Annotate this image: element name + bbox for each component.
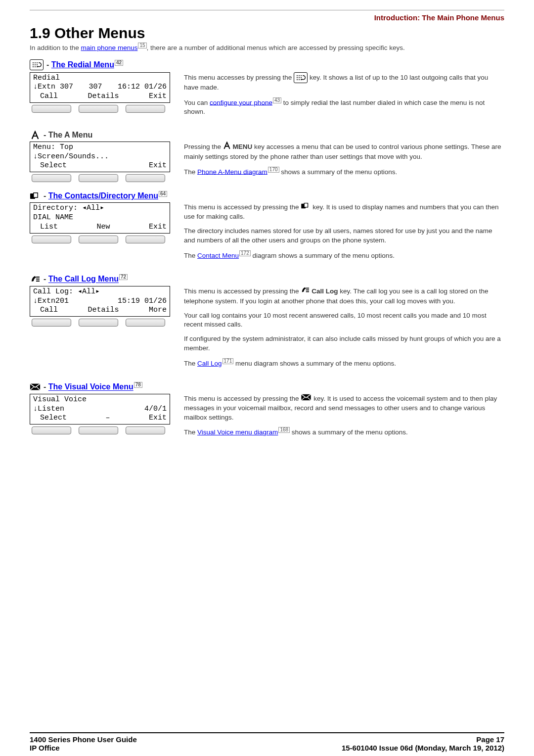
svg-rect-20 <box>34 193 38 197</box>
footer-right-2: 15-601040 Issue 06d (Monday, March 19, 2… <box>342 744 504 752</box>
phone-amenu-diagram-link[interactable]: Phone A-Menu diagram <box>197 168 267 175</box>
redial-icon <box>30 59 44 70</box>
lcd-text: DIAL NAME <box>33 213 73 223</box>
lcd-softlabel: Call <box>33 306 58 315</box>
footer-right-1: Page 17 <box>476 735 504 744</box>
body-text: This menu is accessed by pressing the <box>184 203 301 211</box>
contact-menu-link[interactable]: Contact Menu <box>197 252 239 259</box>
calllog-heading: - The Call Log Menu72 <box>30 274 504 284</box>
contacts-menu-link[interactable]: The Contacts/Directory Menu <box>48 191 158 200</box>
lcd-softlabel: Select <box>33 414 67 423</box>
heading-sep: - <box>44 383 48 391</box>
softkey-button[interactable] <box>32 174 71 182</box>
lcd-text: Menu: Top <box>33 143 73 152</box>
configure-phone-link[interactable]: configure your phone <box>210 98 272 106</box>
lcd-text: 16:12 01/26 <box>118 83 167 92</box>
softkey-button[interactable] <box>79 236 118 243</box>
body-text: The <box>184 360 197 367</box>
body-text: Call Log <box>310 287 338 294</box>
amenu-icon <box>30 131 41 140</box>
softkey-button[interactable] <box>32 105 71 113</box>
page-title: 1.9 Other Menus <box>30 25 504 42</box>
main-phone-menus-link[interactable]: main phone menus <box>81 44 138 51</box>
body-text: The directory includes names stored for … <box>184 227 504 245</box>
lcd-text: 15:19 01/26 <box>118 297 167 306</box>
page-footer: 1400 Series Phone User Guide Page 17 IP … <box>30 732 504 752</box>
page-ref: 72 <box>119 274 128 280</box>
softkey-button[interactable] <box>126 105 165 113</box>
lcd-softlabel: Exit <box>149 161 167 171</box>
softkey-row <box>30 105 167 113</box>
lcd-softlabel: New <box>96 223 110 232</box>
body-text: The <box>184 428 197 436</box>
softkey-button[interactable] <box>32 236 71 243</box>
body-text: This menu is accessed by pressing the <box>184 287 301 294</box>
amenu-heading: - The A Menu <box>30 131 504 140</box>
lcd-text: Visual Voice <box>33 395 87 405</box>
lcd-text: 307 <box>89 83 102 92</box>
body-text: menu diagram shows a summary of the menu… <box>233 360 396 367</box>
body-text: diagram shows a summary of the menu opti… <box>251 252 395 259</box>
redial-lcd: Redial ↓Extn 307 307 16:12 01/26 Call De… <box>30 72 170 103</box>
svg-rect-25 <box>36 279 40 280</box>
softkey-button[interactable] <box>79 105 118 113</box>
svg-point-4 <box>35 64 36 65</box>
visual-voice-diagram-link[interactable]: Visual Voice menu diagram <box>197 428 278 436</box>
body-text: This menu is accessed by pressing the <box>184 394 301 402</box>
lcd-softlabel: Exit <box>149 223 167 232</box>
lcd-softlabel: Exit <box>149 92 167 101</box>
softkey-button[interactable] <box>126 426 165 434</box>
contacts-icon <box>30 191 41 200</box>
heading-text: - The A Menu <box>44 131 92 140</box>
body-text: shows a summary of the menu options. <box>290 428 408 436</box>
heading-sep: - <box>44 275 48 284</box>
calllog-menu-link[interactable]: The Call Log Menu <box>48 275 119 284</box>
visual-voice-menu-link[interactable]: The Visual Voice Menu <box>48 383 134 391</box>
svg-point-5 <box>37 64 38 65</box>
softkey-button[interactable] <box>32 426 71 434</box>
amenu-lcd: Menu: Top ↓Screen/Sounds... Select Exit <box>30 142 170 172</box>
softkey-button[interactable] <box>79 174 118 182</box>
svg-point-3 <box>33 64 34 65</box>
page-ref: 15 <box>138 43 146 48</box>
lcd-text: 4/0/1 <box>144 405 167 414</box>
calllog-link[interactable]: Call Log <box>197 360 222 367</box>
voice-heading: - The Visual Voice Menu78 <box>30 382 504 391</box>
page-ref: 64 <box>159 191 167 197</box>
lcd-text: Call Log: ◂All▸ <box>33 287 100 297</box>
page-ref: 171 <box>222 358 234 364</box>
svg-point-2 <box>37 62 38 63</box>
body-text: Pressing the <box>184 142 223 150</box>
softkey-button[interactable] <box>79 319 118 327</box>
softkey-row <box>30 174 167 182</box>
body-text: The <box>184 252 197 259</box>
page-ref: 42 <box>115 60 123 66</box>
envelope-icon <box>30 382 41 391</box>
softkey-button[interactable] <box>79 426 118 434</box>
svg-rect-29 <box>306 291 309 292</box>
amenu-icon <box>223 142 231 152</box>
envelope-icon <box>301 394 312 404</box>
svg-point-10 <box>299 75 300 76</box>
lcd-softlabel: – <box>105 414 110 423</box>
softkey-button[interactable] <box>126 174 165 182</box>
softkey-button[interactable] <box>32 319 71 327</box>
contacts-lcd: Directory: ◂All▸ DIAL NAME List New Exit <box>30 202 170 233</box>
svg-rect-27 <box>306 287 309 288</box>
voice-lcd: Visual Voice ↓Listen 4/0/1 Select – Exit <box>30 394 170 425</box>
body-text: This menu accesses by pressing the <box>184 73 294 81</box>
svg-rect-26 <box>36 281 40 282</box>
contacts-heading: - The Contacts/Directory Menu64 <box>30 191 504 200</box>
svg-point-13 <box>299 77 300 78</box>
lcd-text: Directory: ◂All▸ <box>33 204 104 213</box>
svg-point-14 <box>301 77 302 78</box>
svg-rect-28 <box>306 289 309 290</box>
redial-heading: - The Redial Menu42 <box>30 59 504 70</box>
redial-menu-link[interactable]: The Redial Menu <box>51 60 114 69</box>
softkey-button[interactable] <box>126 319 165 327</box>
softkey-row <box>30 236 167 243</box>
svg-point-1 <box>35 62 36 63</box>
svg-point-0 <box>33 62 34 63</box>
softkey-button[interactable] <box>126 236 165 243</box>
lcd-softlabel: List <box>33 223 58 232</box>
